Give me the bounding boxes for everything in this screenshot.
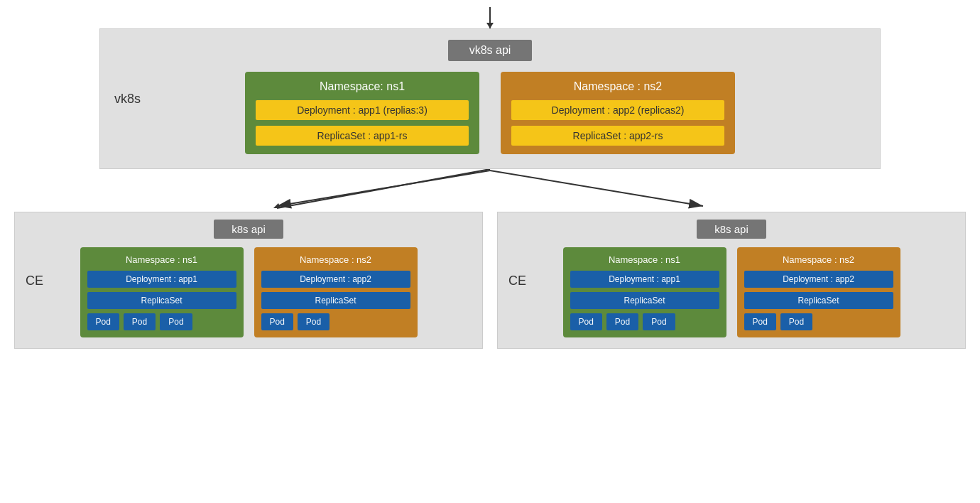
vk8s-namespaces-row: Namespace: ns1 Deployment : app1 (replia… xyxy=(245,72,735,154)
pod: Pod xyxy=(744,313,776,330)
vk8s-ns1-deployment: Deployment : app1 (replias:3) xyxy=(256,100,469,120)
pod: Pod xyxy=(261,313,293,330)
ce-left-label: CE xyxy=(26,273,43,288)
ce-right-ns1-replicaset: ReplicaSet xyxy=(570,292,719,309)
ce-right-api-box: k8s api xyxy=(697,220,766,239)
ce-left-ns2-replicaset: ReplicaSet xyxy=(261,292,410,309)
vk8s-label: vk8s xyxy=(114,92,141,107)
ce-left-section: CE k8s api Namespace : ns1 Deployment : … xyxy=(14,212,483,349)
pod: Pod xyxy=(124,313,156,330)
ce-right-label: CE xyxy=(508,273,526,288)
ce-right-ns1-deployment: Deployment : app1 xyxy=(570,271,719,288)
ce-right-ns2-pods: Pod Pod xyxy=(744,313,893,330)
connector-area xyxy=(99,169,881,212)
top-arrow xyxy=(489,7,491,28)
ce-right-ns1-box: Namespace : ns1 Deployment : app1 Replic… xyxy=(563,247,726,337)
ce-right-ns2-title: Namespace : ns2 xyxy=(744,254,893,265)
ce-right-ns2-box: Namespace : ns2 Deployment : app2 Replic… xyxy=(737,247,900,337)
ce-left-ns2-box: Namespace : ns2 Deployment : app2 Replic… xyxy=(254,247,418,337)
svg-line-4 xyxy=(277,171,490,206)
bottom-row: CE k8s api Namespace : ns1 Deployment : … xyxy=(7,212,973,349)
ce-left-ns1-deployment: Deployment : app1 xyxy=(87,271,236,288)
vk8s-ns1-box: Namespace: ns1 Deployment : app1 (replia… xyxy=(245,72,479,154)
pod: Pod xyxy=(780,313,812,330)
ce-left-namespaces-row: Namespace : ns1 Deployment : app1 Replic… xyxy=(80,247,418,337)
ce-left-ns1-box: Namespace : ns1 Deployment : app1 Replic… xyxy=(80,247,244,337)
pod: Pod xyxy=(643,313,675,330)
ce-right-section: CE k8s api Namespace : ns1 Deployment : … xyxy=(497,212,966,349)
vk8s-ns2-box: Namespace : ns2 Deployment : app2 (repli… xyxy=(501,72,735,154)
ce-right-ns1-title: Namespace : ns1 xyxy=(570,254,719,265)
ce-right-namespaces-row: Namespace : ns1 Deployment : app1 Replic… xyxy=(563,247,900,337)
vk8s-section: vk8s vk8s api Namespace: ns1 Deployment … xyxy=(99,28,881,169)
pod: Pod xyxy=(298,313,330,330)
ce-right-ns2-deployment: Deployment : app2 xyxy=(744,271,893,288)
ce-right-ns1-pods: Pod Pod Pod xyxy=(570,313,719,330)
vk8s-ns2-replicaset: ReplicaSet : app2-rs xyxy=(511,126,724,146)
ce-left-ns2-deployment: Deployment : app2 xyxy=(261,271,410,288)
vk8s-ns2-title: Namespace : ns2 xyxy=(511,80,724,93)
connector-svg xyxy=(99,169,881,212)
ce-left-ns2-pods: Pod Pod xyxy=(261,313,410,330)
ce-left-ns2-title: Namespace : ns2 xyxy=(261,254,410,265)
ce-left-api-box: k8s api xyxy=(214,220,283,239)
svg-line-5 xyxy=(490,171,703,206)
pod: Pod xyxy=(87,313,119,330)
main-container: vk8s vk8s api Namespace: ns1 Deployment … xyxy=(0,0,980,503)
pod: Pod xyxy=(606,313,638,330)
ce-right-ns2-replicaset: ReplicaSet xyxy=(744,292,893,309)
vk8s-api-box: vk8s api xyxy=(448,40,533,61)
pod: Pod xyxy=(160,313,192,330)
vk8s-ns1-title: Namespace: ns1 xyxy=(256,80,469,93)
pod: Pod xyxy=(570,313,602,330)
ce-left-ns1-pods: Pod Pod Pod xyxy=(87,313,236,330)
vk8s-ns1-replicaset: ReplicaSet : app1-rs xyxy=(256,126,469,146)
ce-left-ns1-replicaset: ReplicaSet xyxy=(87,292,236,309)
ce-left-ns1-title: Namespace : ns1 xyxy=(87,254,236,265)
vk8s-ns2-deployment: Deployment : app2 (replicas2) xyxy=(511,100,724,120)
